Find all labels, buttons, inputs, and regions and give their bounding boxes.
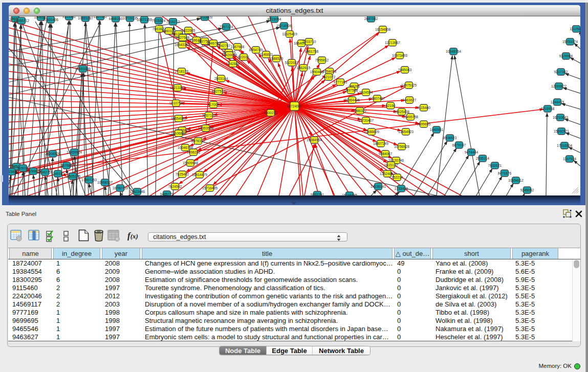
svg-text:1498222: 1498222 — [187, 150, 201, 154]
svg-text:7632621: 7632621 — [488, 164, 502, 167]
svg-text:18807249: 18807249 — [373, 142, 388, 145]
svg-text:20206526: 20206526 — [45, 152, 60, 156]
svg-text:1562615: 1562615 — [297, 66, 311, 70]
svg-text:7625402: 7625402 — [176, 172, 189, 176]
svg-text:20364436: 20364436 — [344, 98, 360, 102]
svg-text:9777103: 9777103 — [334, 80, 347, 84]
svg-text:11325419: 11325419 — [282, 32, 297, 36]
svg-text:18724007: 18724007 — [287, 104, 302, 108]
svg-text:9227342: 9227342 — [554, 70, 568, 74]
svg-text:6879197: 6879197 — [452, 143, 466, 147]
svg-text:1244415: 1244415 — [551, 100, 564, 104]
svg-text:1527602: 1527602 — [94, 16, 107, 18]
svg-text:12342757: 12342757 — [37, 170, 53, 174]
svg-text:9242757: 9242757 — [217, 44, 231, 48]
svg-text:3267110: 3267110 — [202, 114, 215, 117]
svg-text:5322037: 5322037 — [285, 61, 299, 64]
svg-text:15716485: 15716485 — [342, 193, 357, 195]
svg-text:9485779: 9485779 — [160, 192, 174, 195]
svg-text:17957253: 17957253 — [81, 178, 97, 182]
svg-text:12505135: 12505135 — [65, 174, 80, 178]
svg-text:2203710: 2203710 — [302, 40, 316, 43]
svg-text:9794028: 9794028 — [323, 70, 337, 73]
svg-text:1440951: 1440951 — [430, 128, 444, 132]
svg-text:8813054: 8813054 — [268, 17, 281, 21]
svg-text:15751074: 15751074 — [562, 40, 578, 43]
svg-text:2803144: 2803144 — [214, 77, 228, 80]
svg-text:10671355: 10671355 — [137, 18, 152, 21]
svg-text:6497568: 6497568 — [344, 89, 358, 92]
svg-text:19218506: 19218506 — [276, 24, 292, 28]
svg-text:13975125: 13975125 — [401, 83, 417, 87]
svg-text:10719135: 10719135 — [122, 16, 138, 20]
svg-text:2935114: 2935114 — [476, 157, 489, 160]
svg-text:8938923: 8938923 — [443, 136, 457, 140]
svg-text:9857791: 9857791 — [311, 193, 324, 195]
svg-text:23420046: 23420046 — [222, 53, 237, 57]
svg-text:16033809: 16033809 — [197, 16, 212, 19]
svg-text:822031: 822031 — [238, 55, 250, 59]
svg-text:252214: 252214 — [391, 176, 403, 179]
svg-text:14136141: 14136141 — [371, 185, 386, 188]
svg-text:6466160: 6466160 — [109, 17, 123, 20]
svg-text:15692971: 15692971 — [554, 129, 569, 133]
svg-text:8215958: 8215958 — [541, 107, 555, 111]
svg-text:10973493: 10973493 — [392, 54, 407, 57]
svg-text:9315302: 9315302 — [62, 16, 76, 18]
svg-text:5322605: 5322605 — [182, 29, 195, 32]
svg-text:13524861: 13524861 — [380, 172, 395, 176]
svg-text:8878312: 8878312 — [191, 139, 205, 143]
svg-text:8427512: 8427512 — [212, 90, 226, 93]
svg-text:3915811: 3915811 — [9, 170, 18, 173]
svg-text:16495758: 16495758 — [403, 115, 418, 119]
svg-text:3624554: 3624554 — [359, 91, 373, 94]
svg-text:62160: 62160 — [386, 104, 396, 107]
svg-text:12213967: 12213967 — [385, 41, 400, 45]
svg-text:6961758: 6961758 — [305, 50, 319, 53]
svg-text:1610755: 1610755 — [169, 101, 183, 105]
svg-text:1621072: 1621072 — [322, 75, 336, 79]
svg-text:10648764: 10648764 — [446, 50, 461, 53]
svg-text:16543362: 16543362 — [175, 43, 190, 47]
svg-text:9115460: 9115460 — [417, 106, 430, 110]
svg-text:8471676: 8471676 — [498, 171, 512, 175]
svg-text:15909948: 15909948 — [183, 161, 198, 165]
svg-text:9242848: 9242848 — [226, 62, 240, 65]
svg-text:417004: 417004 — [208, 103, 220, 106]
svg-text:16210643: 16210643 — [553, 116, 568, 119]
svg-text:7955812: 7955812 — [315, 58, 329, 62]
svg-text:1733426: 1733426 — [395, 187, 408, 190]
svg-text:2687682: 2687682 — [364, 17, 378, 20]
svg-text:13654923: 13654923 — [398, 130, 413, 134]
svg-text:7616212: 7616212 — [166, 20, 180, 24]
svg-text:9245052: 9245052 — [520, 188, 534, 192]
svg-text:9084067: 9084067 — [379, 152, 393, 156]
svg-text:16782759: 16782759 — [113, 186, 128, 190]
svg-text:2300212: 2300212 — [264, 111, 278, 115]
svg-text:9329966: 9329966 — [559, 54, 573, 58]
svg-text:7357224: 7357224 — [220, 25, 233, 29]
svg-text:14055712: 14055712 — [14, 19, 29, 23]
svg-text:19975867: 19975867 — [59, 164, 74, 167]
svg-text:9146821: 9146821 — [259, 53, 273, 56]
svg-text:10654112: 10654112 — [508, 179, 524, 182]
svg-text:15716485: 15716485 — [202, 186, 217, 190]
svg-text:7986322: 7986322 — [353, 109, 367, 113]
svg-text:16914479: 16914479 — [192, 173, 207, 177]
svg-text:9699695: 9699695 — [417, 122, 431, 126]
svg-text:20691406: 20691406 — [43, 18, 58, 21]
svg-text:7485063: 7485063 — [398, 68, 412, 72]
svg-text:1167534: 1167534 — [563, 157, 576, 161]
svg-text:2718176: 2718176 — [175, 70, 189, 73]
svg-text:1145193: 1145193 — [51, 172, 64, 176]
svg-text:19384554: 19384554 — [307, 138, 322, 142]
svg-text:9327508: 9327508 — [176, 36, 190, 39]
svg-text:8454749: 8454749 — [249, 48, 263, 52]
svg-text:1615132: 1615132 — [384, 163, 398, 167]
svg-text:16154808: 16154808 — [375, 28, 390, 31]
svg-text:12923446: 12923446 — [129, 190, 145, 193]
svg-text:10807487: 10807487 — [369, 97, 385, 100]
svg-text:10958107: 10958107 — [97, 181, 113, 184]
svg-text:2367608: 2367608 — [231, 45, 245, 49]
svg-text:17359924: 17359924 — [67, 150, 82, 154]
